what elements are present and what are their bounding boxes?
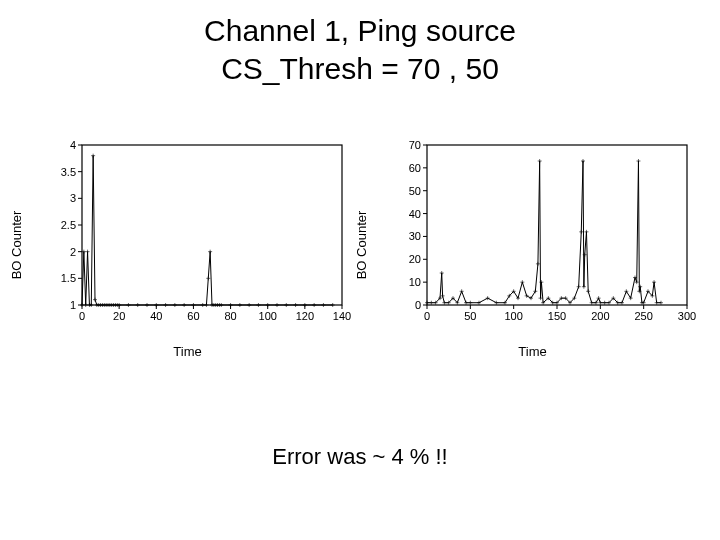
chart-right-plot: 050100150200250300 010203040506070 <box>397 135 697 335</box>
chart-left: BO Counter 020406080100120140 11.522.533… <box>20 135 355 355</box>
svg-text:100: 100 <box>259 310 277 322</box>
svg-text:10: 10 <box>409 276 421 288</box>
svg-text:120: 120 <box>296 310 314 322</box>
svg-text:150: 150 <box>548 310 566 322</box>
svg-rect-0 <box>82 145 342 305</box>
svg-text:50: 50 <box>409 185 421 197</box>
svg-text:2.5: 2.5 <box>61 219 76 231</box>
svg-text:140: 140 <box>333 310 351 322</box>
svg-text:0: 0 <box>79 310 85 322</box>
svg-text:80: 80 <box>224 310 236 322</box>
svg-text:40: 40 <box>150 310 162 322</box>
svg-text:0: 0 <box>424 310 430 322</box>
svg-text:300: 300 <box>678 310 696 322</box>
svg-text:50: 50 <box>464 310 476 322</box>
svg-text:1.5: 1.5 <box>61 272 76 284</box>
svg-text:250: 250 <box>634 310 652 322</box>
chart-right: BO Counter 050100150200250300 0102030405… <box>365 135 700 355</box>
svg-text:70: 70 <box>409 139 421 151</box>
svg-text:2: 2 <box>70 246 76 258</box>
svg-text:1: 1 <box>70 299 76 311</box>
charts-row: BO Counter 020406080100120140 11.522.533… <box>20 135 700 355</box>
svg-text:20: 20 <box>113 310 125 322</box>
svg-text:30: 30 <box>409 230 421 242</box>
error-note: Error was ~ 4 % !! <box>0 444 720 470</box>
svg-text:3.5: 3.5 <box>61 166 76 178</box>
svg-text:40: 40 <box>409 208 421 220</box>
svg-text:60: 60 <box>409 162 421 174</box>
chart-left-plot: 020406080100120140 11.522.533.54 <box>52 135 352 335</box>
chart-right-ylabel: BO Counter <box>354 211 369 280</box>
chart-right-xlabel: Time <box>365 344 700 359</box>
svg-text:4: 4 <box>70 139 76 151</box>
chart-left-xlabel: Time <box>20 344 355 359</box>
title-line-2: CS_Thresh = 70 , 50 <box>0 50 720 88</box>
svg-text:60: 60 <box>187 310 199 322</box>
title-line-1: Channel 1, Ping source <box>204 14 516 47</box>
svg-text:200: 200 <box>591 310 609 322</box>
chart-left-ylabel: BO Counter <box>9 211 24 280</box>
svg-text:100: 100 <box>504 310 522 322</box>
svg-rect-31 <box>427 145 687 305</box>
svg-text:0: 0 <box>415 299 421 311</box>
svg-text:20: 20 <box>409 253 421 265</box>
slide-title: Channel 1, Ping source CS_Thresh = 70 , … <box>0 12 720 87</box>
svg-text:3: 3 <box>70 192 76 204</box>
